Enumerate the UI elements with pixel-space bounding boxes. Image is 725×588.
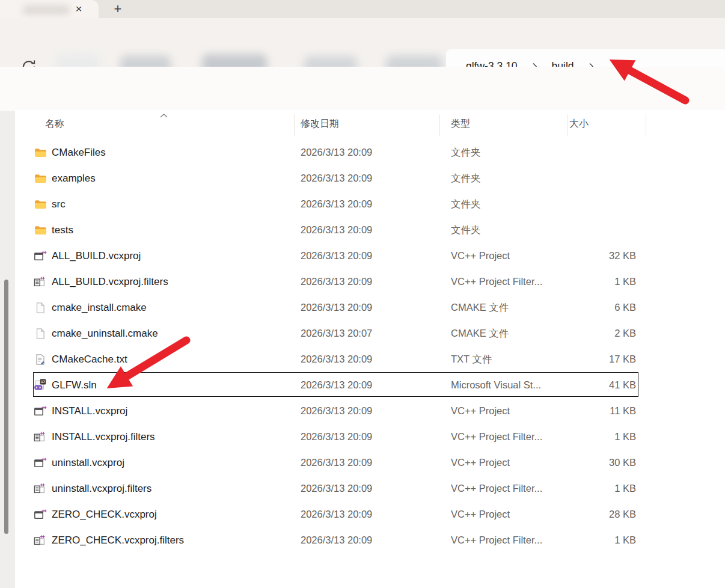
file-name: cmake_install.cmake [52,295,147,320]
svg-text:17: 17 [41,379,45,384]
file-row[interactable]: ZERO_CHECK.vcxproj.filters2026/3/13 20:0… [0,527,725,553]
file-row[interactable]: ALL_BUILD.vcxproj.filters2026/3/13 20:09… [0,269,725,295]
file-name: INSTALL.vcxproj [52,398,127,424]
file-type: CMAKE 文件 [451,295,509,320]
file-size: 30 KB [565,450,636,476]
vcxproj-icon [33,243,47,269]
column-divider[interactable] [439,114,440,136]
sln-icon: 17 [33,372,47,398]
file-date: 2026/3/13 20:09 [301,165,372,191]
file-size [565,139,636,165]
file-size: 11 KB [565,398,636,424]
file-name: ZERO_CHECK.vcxproj.filters [52,527,184,553]
file-type: VC++ Project [451,501,510,527]
file-row[interactable]: INSTALL.vcxproj2026/3/13 20:09VC++ Proje… [0,398,725,424]
column-header-size[interactable]: 大小 [569,118,589,130]
file-type: VC++ Project [451,243,510,269]
new-tab-button[interactable]: + [111,2,125,16]
file-row[interactable]: src2026/3/13 20:09文件夹 [0,191,725,217]
file-rows: CMakeFiles2026/3/13 20:09文件夹examples2026… [0,139,725,553]
filters-icon [33,424,47,450]
file-row[interactable]: examples2026/3/13 20:09文件夹 [0,165,725,191]
file-type: 文件夹 [451,217,481,243]
file-explorer-window: × + glfw-3.3.10build [0,0,725,588]
close-icon[interactable]: × [72,2,85,16]
file-type: VC++ Project [451,398,510,424]
file-name: INSTALL.vcxproj.filters [52,424,155,450]
file-row[interactable]: uninstall.vcxproj.filters2026/3/13 20:09… [0,476,725,501]
file-date: 2026/3/13 20:09 [301,217,372,243]
file-type: 文件夹 [451,139,481,165]
file-name: GLFW.sln [52,372,97,398]
cmake-icon [33,295,47,320]
file-row[interactable]: ZERO_CHECK.vcxproj2026/3/13 20:09VC++ Pr… [0,501,725,527]
file-type: TXT 文件 [451,346,492,372]
file-type: CMAKE 文件 [451,320,509,346]
file-size: 17 KB [565,346,636,372]
sort-ascending-icon [159,110,168,121]
file-row[interactable]: cmake_uninstall.cmake2026/3/13 20:07CMAK… [0,320,725,346]
file-name: cmake_uninstall.cmake [52,320,158,346]
file-type: 文件夹 [451,165,481,191]
file-row[interactable]: cmake_install.cmake2026/3/13 20:09CMAKE … [0,295,725,320]
column-divider[interactable] [294,114,295,136]
file-name: tests [52,217,73,243]
column-divider[interactable] [646,114,646,136]
file-row[interactable]: tests2026/3/13 20:09文件夹 [0,217,725,243]
column-header-date[interactable]: 修改日期 [301,118,339,130]
file-type: VC++ Project Filter... [451,476,542,501]
cmake-icon [33,320,47,346]
vcxproj-icon [33,398,47,424]
file-date: 2026/3/13 20:07 [301,320,372,346]
file-size [565,165,636,191]
file-date: 2026/3/13 20:09 [301,424,372,450]
file-date: 2026/3/13 20:09 [301,501,372,527]
file-row[interactable]: INSTALL.vcxproj.filters2026/3/13 20:09VC… [0,424,725,450]
file-date: 2026/3/13 20:09 [301,450,372,476]
vcxproj-icon [33,450,47,476]
file-date: 2026/3/13 20:09 [301,139,372,165]
file-type: VC++ Project Filter... [451,269,542,295]
file-row[interactable]: CMakeCache.txt2026/3/13 20:09TXT 文件17 KB [0,346,725,372]
file-type: 文件夹 [451,191,481,217]
file-size: 6 KB [565,295,636,320]
file-date: 2026/3/13 20:09 [301,191,372,217]
explorer-tab[interactable]: × [0,0,99,18]
file-size: 1 KB [565,476,636,501]
file-size: 41 KB [565,372,636,398]
file-row[interactable]: CMakeFiles2026/3/13 20:09文件夹 [0,139,725,165]
file-size [565,191,636,217]
column-header-name[interactable]: 名称 [45,118,64,130]
file-name: ALL_BUILD.vcxproj.filters [52,269,168,295]
file-type: VC++ Project Filter... [451,527,542,553]
file-name: uninstall.vcxproj [52,450,124,476]
file-date: 2026/3/13 20:09 [301,527,372,553]
column-header-type[interactable]: 类型 [451,118,470,130]
filters-icon [33,269,47,295]
file-size: 1 KB [565,424,636,450]
folder-icon [33,191,47,217]
folder-icon [33,217,47,243]
file-size: 2 KB [565,320,636,346]
file-date: 2026/3/13 20:09 [301,398,372,424]
file-date: 2026/3/13 20:09 [301,269,372,295]
file-date: 2026/3/13 20:09 [301,243,372,269]
file-type: VC++ Project [451,450,510,476]
file-size: 1 KB [565,527,636,553]
toolbar: A [0,67,725,110]
file-size: 1 KB [565,269,636,295]
file-name: uninstall.vcxproj.filters [52,476,151,501]
column-divider[interactable] [567,114,567,136]
file-date: 2026/3/13 20:09 [301,295,372,320]
filters-icon [33,476,47,501]
file-name: CMakeCache.txt [52,346,127,372]
file-row[interactable]: ALL_BUILD.vcxproj2026/3/13 20:09VC++ Pro… [0,243,725,269]
tab-bar: × + [0,0,725,18]
column-header-row: 名称修改日期类型大小 [0,113,725,138]
file-row[interactable]: 17GLFW.sln2026/3/13 20:09Microsoft Visua… [0,372,725,398]
folder-icon [33,139,47,165]
vcxproj-icon [33,501,47,527]
file-type: VC++ Project Filter... [451,424,542,450]
file-row[interactable]: uninstall.vcxproj2026/3/13 20:09VC++ Pro… [0,450,725,476]
file-type: Microsoft Visual St... [451,372,541,398]
